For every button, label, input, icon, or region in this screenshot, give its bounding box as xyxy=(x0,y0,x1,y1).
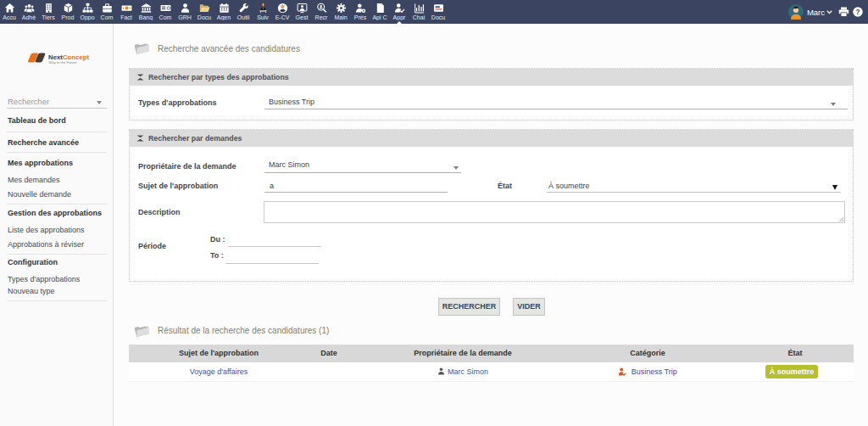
svg-text:?: ? xyxy=(856,8,860,16)
svg-text:Way to the Future: Way to the Future xyxy=(49,60,78,64)
